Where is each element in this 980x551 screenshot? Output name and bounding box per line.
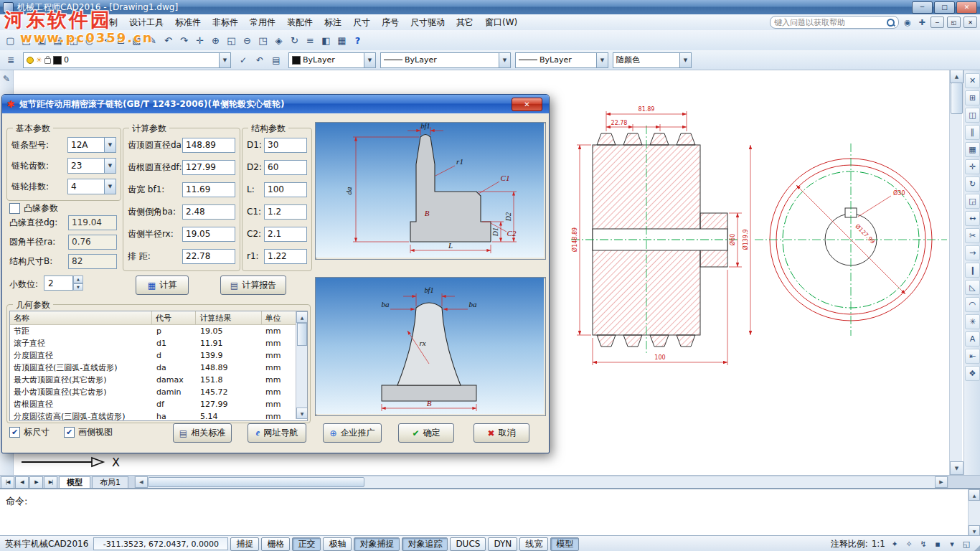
pin-icon[interactable]: ✚ [916, 17, 928, 28]
flange-field[interactable]: 119.04 [68, 215, 117, 230]
scroll-up-icon[interactable]: ▲ [950, 70, 963, 83]
menu-item[interactable]: 常用件 [244, 14, 281, 31]
ok-button[interactable]: ✔ 确定 [398, 423, 454, 443]
flange-checkbox[interactable]: 凸缘参数 [9, 202, 58, 215]
stretch-icon[interactable]: ↔ [965, 211, 980, 226]
table-row[interactable]: 最大齿顶圆直径(其它齿形) damax 151.8 mm [10, 374, 307, 386]
table-scroll-thumb[interactable] [297, 323, 307, 346]
rotate-icon[interactable]: ↻ [965, 176, 980, 192]
menu-item[interactable]: 尺寸 [347, 14, 376, 31]
osnap-toggle[interactable]: 对象捕捉 [354, 537, 400, 551]
pan-icon[interactable]: ✛ [192, 32, 207, 48]
enterprise-promo-button[interactable]: ⊕ 企业推广 [323, 423, 382, 443]
ducs-toggle[interactable]: DUCS [450, 537, 486, 551]
menu-item[interactable]: 序号 [376, 14, 405, 31]
table-row[interactable]: 分度圆弦齿高(三圆弧-直线齿形) ha 5.14 mm [10, 410, 307, 421]
chevron-down-icon[interactable]: ▼ [104, 159, 116, 173]
tab-nav-button[interactable]: ▶ [29, 476, 43, 489]
command-prompt[interactable]: 命令: [6, 495, 27, 508]
layout-tab[interactable]: 模型 [59, 476, 90, 489]
command-window[interactable]: 命令: ▲ ▼ [0, 488, 980, 537]
table-row[interactable]: 滚子直径 d1 11.91 mm [10, 337, 307, 349]
scale-icon[interactable]: ◲ [965, 194, 980, 209]
spin-up-icon[interactable]: ▲ [73, 276, 83, 283]
auto-annotate-icon[interactable]: ↯ [918, 538, 929, 550]
struct-field[interactable]: 60 [264, 160, 307, 175]
tab-nav-button[interactable]: ▶| [44, 476, 57, 489]
move-icon[interactable]: ✛ [965, 159, 980, 174]
text-icon[interactable]: A [965, 331, 980, 347]
menu-item[interactable]: 尺寸驱动 [405, 14, 451, 31]
coordinates-readout[interactable]: -311.3523, 672.0437, 0.0000 [93, 537, 228, 550]
table-row[interactable]: 分度圆直径 d 139.9 mm [10, 349, 307, 362]
tab-nav-button[interactable]: ◀ [15, 476, 29, 489]
undo-icon[interactable]: ↶ [161, 32, 176, 48]
toolbar-lock-icon[interactable]: ▪ [932, 538, 943, 550]
mirror-icon[interactable]: ◫ [965, 108, 980, 123]
status-menu-icon[interactable]: ▾ [946, 538, 958, 550]
chamfer-icon[interactable]: ◺ [965, 280, 980, 295]
horizontal-scrollbar[interactable]: ◀ ▶ [134, 476, 948, 489]
plotstyle-combo[interactable]: 随颜色 ▼ [613, 52, 692, 68]
dialog-close-button[interactable]: ✕ [512, 98, 542, 111]
minimize-button[interactable]: ─ [912, 1, 933, 14]
decimal-stepper[interactable]: 2 ▲ ▼ [44, 276, 83, 291]
scroll-up-icon[interactable]: ▲ [969, 489, 980, 501]
flange-field[interactable]: 82 [68, 254, 117, 269]
zoom-extents-icon[interactable]: ◳ [255, 32, 270, 48]
annotation-scale-icon[interactable]: ✦ [889, 538, 900, 550]
table-row[interactable]: 最小齿顶圆直径(其它齿形) damin 145.72 mm [10, 386, 307, 398]
param-combo[interactable]: 12A ▼ [67, 137, 116, 153]
menu-item[interactable]: 其它 [451, 14, 479, 31]
mdi-restore-button[interactable]: ◱ [947, 17, 961, 28]
clean-screen-icon[interactable]: ◱ [961, 538, 972, 550]
web-navigation-button[interactable]: e 网址导航 [248, 423, 306, 443]
struct-field[interactable]: 100 [264, 182, 307, 197]
struct-field[interactable]: 30 [264, 138, 307, 153]
copy-object-icon[interactable]: ⊞ [965, 90, 980, 105]
vertical-scroll-thumb[interactable] [951, 83, 963, 114]
break-icon[interactable]: ❙ [965, 263, 980, 278]
layout-tab[interactable]: 布局1 [92, 476, 128, 489]
linetype-combo[interactable]: ByLayer ▼ [380, 52, 511, 68]
pencil-icon[interactable]: ✎ [3, 74, 10, 84]
make-object-layer-current-icon[interactable]: ✓ [235, 52, 251, 68]
scroll-right-icon[interactable]: ▶ [935, 476, 948, 488]
chevron-down-icon[interactable]: ▼ [679, 53, 691, 67]
param-combo[interactable]: 23 ▼ [67, 158, 116, 174]
layer-previous-icon[interactable]: ↶ [252, 52, 268, 68]
param-combo[interactable]: 4 ▼ [67, 179, 116, 194]
named-views-icon[interactable]: ◈ [271, 32, 286, 48]
spin-down-icon[interactable]: ▼ [73, 283, 83, 291]
related-standards-button[interactable]: ▤ 相关标准 [173, 423, 232, 443]
resize-grip[interactable] [974, 544, 980, 551]
lineweight-toggle[interactable]: 线宽 [519, 537, 548, 551]
grid-toggle[interactable]: 栅格 [261, 537, 290, 551]
help-search-input[interactable]: 键入问题以获取帮助 [770, 16, 899, 29]
chevron-down-icon[interactable]: ▼ [596, 53, 608, 67]
calc-report-button[interactable]: ▤ 计算报告 [220, 276, 286, 295]
scroll-left-icon[interactable]: ◀ [135, 476, 148, 488]
menu-item[interactable]: 非标件 [207, 14, 244, 31]
model-toggle[interactable]: 模型 [550, 537, 579, 551]
regen-icon[interactable]: ↻ [287, 32, 302, 48]
tab-nav-button[interactable]: |◀ [1, 476, 14, 489]
table-scrollbar[interactable]: ▲ ▼ [296, 311, 307, 419]
menu-item[interactable]: 标注 [319, 14, 347, 31]
table-row[interactable]: 节距 p 19.05 mm [10, 325, 307, 337]
offset-icon[interactable]: ∥ [965, 125, 980, 140]
checkbox-icon[interactable]: ✔ [64, 427, 75, 438]
trim-icon[interactable]: ✂ [965, 228, 980, 243]
ortho-toggle[interactable]: 正交 [292, 537, 321, 551]
properties-icon[interactable]: ❖ [965, 366, 980, 381]
maximize-button[interactable]: □ [934, 1, 955, 14]
checkbox-icon[interactable]: ✔ [9, 427, 20, 438]
struct-field[interactable]: 1.2 [264, 204, 307, 220]
layer-properties-icon[interactable]: ≣ [3, 52, 19, 68]
help-icon[interactable]: ? [350, 32, 365, 48]
otrack-toggle[interactable]: 对象追踪 [402, 537, 448, 551]
array-icon[interactable]: ▦ [965, 142, 980, 157]
command-scrollbar[interactable]: ▲ ▼ [968, 489, 980, 537]
checkbox-icon[interactable] [9, 203, 20, 214]
option-checkbox[interactable]: ✔ 画侧视图 [64, 426, 113, 438]
